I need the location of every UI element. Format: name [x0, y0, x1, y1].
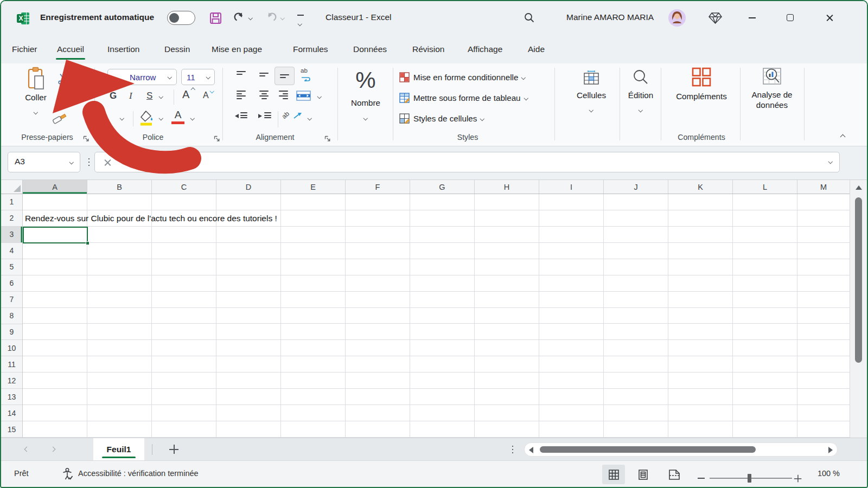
selected-cell-a3[interactable] — [23, 227, 88, 243]
column-header-h[interactable]: H — [475, 180, 539, 194]
tab-insertion[interactable]: Insertion — [104, 35, 143, 63]
orientation-icon[interactable]: ab — [285, 111, 302, 121]
column-header-f[interactable]: F — [346, 180, 410, 194]
sheet-tab-feuil1[interactable]: Feuil1 — [93, 438, 144, 461]
minimize-button[interactable] — [749, 17, 756, 18]
column-header-k[interactable]: K — [668, 180, 733, 194]
align-bottom-button-active[interactable] — [275, 67, 295, 85]
accessibility-icon[interactable] — [62, 467, 74, 482]
tab-affichage[interactable]: Affichage — [464, 35, 506, 63]
grow-font-button[interactable]: A — [182, 88, 189, 101]
row-header-14[interactable]: 14 — [1, 405, 22, 421]
align-center-icon[interactable] — [259, 91, 269, 100]
scroll-up-icon[interactable] — [856, 185, 862, 190]
font-dialog-launcher-icon[interactable] — [214, 134, 220, 144]
quick-access-customize-icon[interactable] — [297, 15, 304, 27]
row-header-10[interactable]: 10 — [1, 340, 22, 356]
save-icon[interactable] — [209, 12, 222, 27]
zoom-out-icon[interactable] — [698, 478, 705, 479]
font-size-combobox[interactable]: 11 — [181, 69, 215, 85]
clipboard-dialog-launcher-icon[interactable] — [83, 134, 89, 144]
merge-center-button[interactable] — [296, 91, 311, 103]
tab-revision[interactable]: Révision — [409, 35, 448, 63]
fill-color-button[interactable] — [139, 110, 154, 129]
column-header-m[interactable]: M — [797, 180, 850, 194]
undo-chevron-icon[interactable] — [248, 16, 253, 20]
maximize-button[interactable] — [787, 14, 794, 21]
row-header-6[interactable]: 6 — [1, 275, 22, 292]
row-header-4[interactable]: 4 — [1, 243, 22, 259]
column-header-a[interactable]: A — [23, 180, 87, 194]
expand-formula-bar-icon[interactable] — [828, 159, 832, 164]
scroll-right-icon[interactable] — [828, 447, 833, 453]
row-header-11[interactable]: 11 — [1, 356, 22, 373]
conditional-formatting-button[interactable]: Mise en forme conditionnelle — [399, 72, 525, 82]
tab-donnees[interactable]: Données — [350, 35, 390, 63]
fill-handle[interactable] — [86, 241, 90, 245]
wrap-text-icon[interactable]: ab — [301, 68, 312, 84]
alignment-dialog-launcher-icon[interactable] — [324, 134, 330, 144]
column-header-d[interactable]: D — [216, 180, 281, 194]
analyze-data-button[interactable]: Analyse de données — [745, 63, 799, 110]
borders-chevron-icon[interactable] — [120, 116, 124, 120]
column-header-b[interactable]: B — [87, 180, 152, 194]
undo-button[interactable] — [233, 12, 252, 24]
tab-dessin[interactable]: Dessin — [161, 35, 193, 63]
formula-input[interactable] — [159, 152, 840, 172]
add-sheet-button[interactable] — [169, 445, 178, 454]
collapse-ribbon-icon[interactable] — [840, 134, 846, 140]
column-header-i[interactable]: I — [539, 180, 604, 194]
editing-button[interactable]: Édition — [622, 63, 660, 113]
zoom-level[interactable]: 100 % — [808, 469, 840, 478]
vertical-scrollbar[interactable] — [850, 180, 867, 460]
increase-indent-icon[interactable] — [258, 112, 271, 120]
tab-accueil[interactable]: Accueil — [54, 35, 87, 63]
column-header-g[interactable]: G — [410, 180, 475, 194]
tab-fichier[interactable]: Fichier — [9, 35, 41, 63]
gem-icon[interactable] — [708, 12, 723, 27]
align-right-icon[interactable] — [279, 91, 288, 100]
view-page-break-button[interactable] — [663, 465, 686, 484]
autosave-toggle[interactable] — [167, 11, 195, 25]
underline-chevron-icon[interactable] — [159, 94, 163, 99]
fill-color-chevron-icon[interactable] — [159, 116, 163, 120]
accessibility-status[interactable]: Accessibilité : vérification terminée — [78, 469, 199, 478]
vertical-scroll-thumb[interactable] — [855, 197, 862, 363]
merge-chevron-icon[interactable] — [317, 94, 322, 99]
column-header-l[interactable]: L — [733, 180, 797, 194]
font-color-chevron-icon[interactable] — [190, 116, 195, 120]
horizontal-scrollbar[interactable] — [524, 442, 838, 457]
align-left-icon[interactable] — [237, 91, 246, 100]
row-header-13[interactable]: 13 — [1, 389, 22, 405]
cell-styles-button[interactable]: Styles de cellules — [399, 113, 484, 124]
user-avatar[interactable] — [668, 9, 686, 27]
search-icon[interactable] — [524, 12, 535, 26]
zoom-in-icon[interactable] — [794, 475, 802, 483]
cut-button[interactable] — [58, 73, 69, 87]
column-header-j[interactable]: J — [604, 180, 668, 194]
align-top-icon[interactable] — [237, 71, 246, 76]
formula-bar-splitter[interactable] — [88, 157, 90, 168]
bold-button[interactable]: G — [110, 91, 117, 101]
underline-button[interactable]: S — [146, 91, 152, 101]
number-format-button[interactable]: % Nombre — [339, 63, 393, 121]
addins-button[interactable]: Compléments — [665, 63, 738, 101]
format-as-table-button[interactable]: Mettre sous forme de tableau — [399, 93, 527, 103]
tab-formules[interactable]: Formules — [290, 35, 331, 63]
scrollbar-grip-icon[interactable] — [512, 445, 514, 454]
row-header-3[interactable]: 3 — [1, 227, 22, 243]
row-header-1[interactable]: 1 — [1, 194, 22, 210]
paste-button[interactable]: Coller — [17, 67, 54, 115]
sheet-nav-right-icon[interactable] — [50, 447, 56, 452]
user-name[interactable]: Marine AMARO MARIA — [566, 12, 654, 22]
cells-button[interactable]: Cellules — [565, 63, 617, 113]
italic-button[interactable]: I — [129, 91, 132, 101]
row-header-8[interactable]: 8 — [1, 308, 22, 324]
shrink-font-button[interactable]: A — [203, 91, 209, 100]
orientation-chevron-icon[interactable] — [308, 116, 312, 120]
tab-aide[interactable]: Aide — [525, 35, 548, 63]
row-header-15[interactable]: 15 — [1, 421, 22, 438]
cell-a2-text[interactable]: Rendez-vous sur Clubic pour de l'actu te… — [25, 210, 277, 227]
view-page-layout-button[interactable] — [631, 465, 654, 484]
row-header-7[interactable]: 7 — [1, 292, 22, 308]
